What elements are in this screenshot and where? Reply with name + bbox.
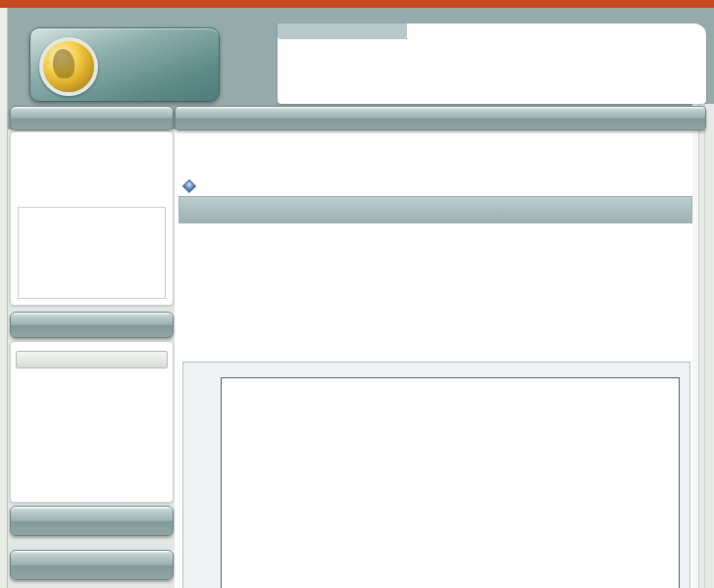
- top-accent-bar: [0, 0, 714, 8]
- simulation-tab[interactable]: [10, 106, 174, 130]
- weekly-high-scores-button[interactable]: [10, 550, 174, 580]
- player-info-box: [18, 207, 166, 299]
- industry-list: [11, 342, 173, 347]
- industry-masters-logo: [29, 27, 220, 102]
- main-navigation: [175, 106, 706, 130]
- globe-icon: [39, 37, 98, 96]
- table-header-row: [178, 196, 692, 223]
- main-content: [175, 129, 692, 588]
- chart-plot-area: [221, 377, 680, 588]
- sponsor-panel: [10, 131, 174, 306]
- right-page-edge: [692, 104, 714, 588]
- view-more-details-button[interactable]: [16, 351, 168, 368]
- share-price-chart: [182, 362, 690, 588]
- newsticker-panel: [278, 24, 706, 104]
- top-links-row: [278, 10, 706, 23]
- scores-table: [178, 196, 692, 223]
- benchmark-diamond-icon: [182, 179, 196, 193]
- left-page-edge: [0, 8, 8, 588]
- newsticker-title: [278, 24, 407, 39]
- y-axis-labels: [183, 363, 219, 588]
- current-ranking-button[interactable]: [10, 506, 174, 536]
- industries-panel: [10, 341, 174, 503]
- industries-header-button[interactable]: [10, 312, 174, 338]
